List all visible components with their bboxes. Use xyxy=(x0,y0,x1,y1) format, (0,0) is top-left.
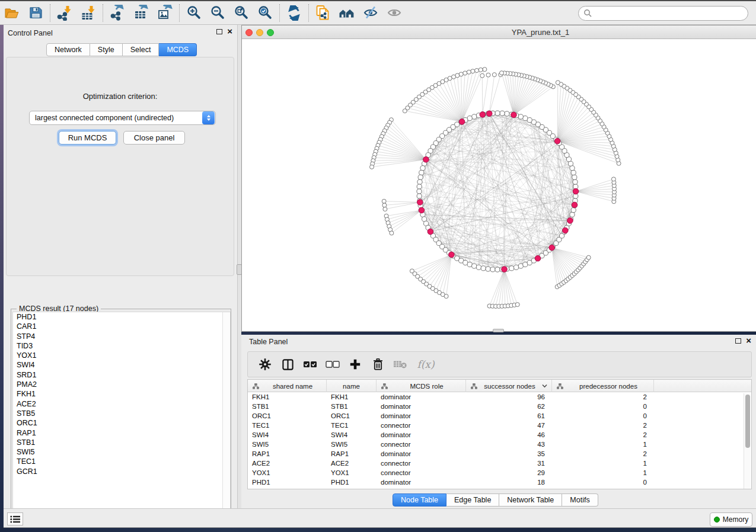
table-cell xyxy=(654,477,751,487)
table-cell: dominator xyxy=(377,411,466,421)
table-cell: YOX1 xyxy=(248,468,327,477)
import-network-button[interactable] xyxy=(53,2,76,24)
hide-selected-button[interactable] xyxy=(359,2,382,24)
table-cell: 29 xyxy=(466,468,552,477)
add-column-button[interactable] xyxy=(344,353,366,376)
horizontal-splitter-handle[interactable] xyxy=(493,329,504,332)
mcds-result-item[interactable]: YOX1 xyxy=(13,351,230,360)
mcds-result-item[interactable]: SRD1 xyxy=(13,370,230,380)
table-row[interactable]: TEC1TEC1connector472 xyxy=(248,421,751,430)
table-cell: 47 xyxy=(466,421,552,430)
table-row[interactable]: RAP1RAP1dominator352 xyxy=(248,449,751,459)
table-row[interactable]: YOX1YOX1connector291 xyxy=(248,468,751,477)
table-tab-node-table[interactable]: Node Table xyxy=(393,493,446,507)
search-icon xyxy=(583,9,592,18)
global-search-field[interactable] xyxy=(578,6,748,21)
zoom-out-button[interactable] xyxy=(206,2,229,24)
close-panel-icon[interactable]: × xyxy=(746,338,751,344)
show-column-panel-button[interactable] xyxy=(276,353,299,376)
open-file-button[interactable] xyxy=(0,2,24,24)
table-cell: PHD1 xyxy=(327,477,377,487)
table-cell: connector xyxy=(377,440,466,449)
network-window-titlebar[interactable]: YPA_prune.txt_1 xyxy=(242,25,756,39)
table-row[interactable]: SWI4SWI4dominator462 xyxy=(248,430,751,440)
clone-network-button[interactable] xyxy=(311,2,335,24)
mcds-result-item[interactable]: STB1 xyxy=(13,438,230,447)
deselect-all-columns-button[interactable] xyxy=(321,353,344,376)
table-row[interactable]: ORC1ORC1dominator610 xyxy=(248,411,751,421)
columns-icon xyxy=(282,358,294,371)
export-image-button[interactable] xyxy=(153,2,177,24)
tab-select[interactable]: Select xyxy=(123,43,160,56)
zoom-selected-button[interactable] xyxy=(253,2,277,24)
tab-network[interactable]: Network xyxy=(46,43,90,56)
mcds-result-item[interactable]: FKH1 xyxy=(13,389,230,399)
table-cell: 35 xyxy=(466,449,552,459)
first-neighbors-button[interactable] xyxy=(335,2,359,24)
tab-mcds[interactable]: MCDS xyxy=(159,43,197,56)
mcds-result-list[interactable]: PHD1CAR1STP4TID3YOX1SWI4SRD1PMA2FKH1ACE2… xyxy=(12,312,231,529)
column-header-filler xyxy=(654,380,751,392)
table-scrollbar-thumb[interactable] xyxy=(745,395,750,448)
table-settings-button[interactable] xyxy=(254,353,276,376)
table-cell: 2 xyxy=(552,430,654,440)
refresh-layout-button[interactable] xyxy=(282,2,306,24)
table-tab-motifs[interactable]: Motifs xyxy=(562,493,598,507)
table-scrollbar-track[interactable] xyxy=(744,393,751,489)
mcds-result-item[interactable]: SWI4 xyxy=(13,360,230,370)
zoom-fit-button[interactable] xyxy=(229,2,253,24)
mcds-result-item[interactable]: GCR1 xyxy=(13,467,230,476)
mcds-result-item[interactable]: STB5 xyxy=(13,409,230,418)
task-history-button[interactable] xyxy=(7,512,23,525)
run-mcds-button[interactable]: Run MCDS xyxy=(59,131,116,145)
memory-button[interactable]: Memory xyxy=(710,512,752,527)
table-row[interactable]: FKH1FKH1dominator962 xyxy=(248,392,751,402)
criterion-dropdown[interactable]: largest connected component (undirected) xyxy=(29,111,216,125)
export-network-button[interactable] xyxy=(106,2,129,24)
mcds-result-item[interactable]: RAP1 xyxy=(13,428,230,438)
memory-status-icon xyxy=(714,517,720,523)
mcds-result-item[interactable]: TID3 xyxy=(13,341,230,351)
close-panel-button[interactable]: Close panel xyxy=(123,131,185,145)
mcds-result-item[interactable]: TEC1 xyxy=(13,457,230,466)
table-tab-edge-table[interactable]: Edge Table xyxy=(446,493,499,507)
column-header-shared-name[interactable]: shared name xyxy=(248,380,327,392)
mcds-result-item[interactable]: ORC1 xyxy=(13,418,230,428)
table-tab-network-table[interactable]: Network Table xyxy=(499,493,562,507)
column-header-MCDS-role[interactable]: MCDS role xyxy=(377,380,466,392)
float-panel-icon[interactable] xyxy=(216,29,222,34)
table-cell: 61 xyxy=(466,411,552,421)
import-table-button[interactable] xyxy=(76,2,100,24)
table-row[interactable]: SWI5SWI5connector431 xyxy=(248,440,751,449)
mcds-result-item[interactable]: PMA2 xyxy=(13,380,230,389)
table-row[interactable]: PHD1PHD1dominator180 xyxy=(248,477,751,487)
toolbar-separator xyxy=(103,4,103,22)
trash-icon xyxy=(372,358,384,371)
column-header-predecessor-nodes[interactable]: predecessor nodes xyxy=(552,380,654,392)
export-table-button[interactable] xyxy=(129,2,153,24)
show-hidden-button[interactable] xyxy=(382,2,406,24)
table-row[interactable]: STB1STB1dominator620 xyxy=(248,402,751,411)
table-row[interactable]: ACE2ACE2connector311 xyxy=(248,459,751,468)
delete-table-button[interactable] xyxy=(389,353,412,376)
attribute-icon xyxy=(253,383,259,389)
mcds-result-item[interactable]: SWI5 xyxy=(13,447,230,457)
float-panel-icon[interactable] xyxy=(735,338,741,344)
column-header-successor-nodes[interactable]: successor nodes xyxy=(466,380,552,392)
zoom-in-button[interactable] xyxy=(182,2,206,24)
mcds-result-item[interactable]: PHD1 xyxy=(13,312,230,322)
search-input[interactable] xyxy=(592,9,748,18)
delete-column-button[interactable] xyxy=(366,353,389,376)
close-panel-icon[interactable]: × xyxy=(227,28,232,34)
mcds-result-item[interactable]: CAR1 xyxy=(13,322,230,331)
mcds-result-item[interactable]: STP4 xyxy=(13,332,230,341)
network-canvas[interactable] xyxy=(242,39,755,331)
select-all-columns-button[interactable] xyxy=(299,353,321,376)
mcds-result-item[interactable]: ACE2 xyxy=(13,399,230,409)
column-header-name[interactable]: name xyxy=(327,380,377,392)
list-scrollbar-track[interactable] xyxy=(222,312,230,528)
tab-style[interactable]: Style xyxy=(90,43,123,56)
gear-icon xyxy=(259,358,272,371)
function-builder-button[interactable]: f(x) xyxy=(412,353,440,376)
save-session-button[interactable] xyxy=(24,2,47,24)
